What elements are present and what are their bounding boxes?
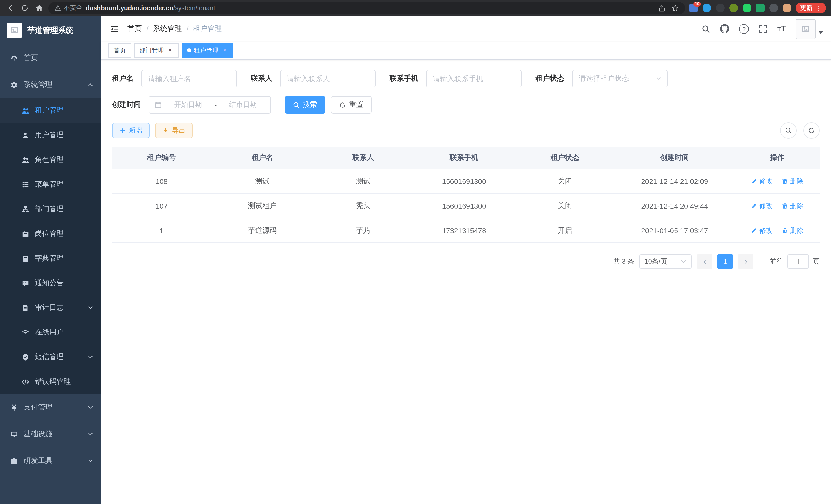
- close-icon[interactable]: ×: [221, 47, 228, 54]
- sidebar-item-payment[interactable]: 支付管理: [0, 394, 101, 421]
- edit-link[interactable]: 修改: [751, 176, 773, 186]
- error-code-icon: [22, 378, 29, 386]
- tab-dept[interactable]: 部门管理 ×: [134, 43, 179, 58]
- next-page-button[interactable]: [738, 254, 753, 269]
- refresh-table-button[interactable]: [803, 122, 820, 139]
- font-size-icon[interactable]: TT: [777, 25, 786, 33]
- sidebar-item-menu[interactable]: 菜单管理: [0, 172, 101, 197]
- extension-icon[interactable]: [743, 4, 751, 12]
- sidebar-item-dept[interactable]: 部门管理: [0, 197, 101, 221]
- url-text: dashboard.yudao.iocoder.cn/system/tenant: [86, 4, 655, 11]
- page-size-select[interactable]: 10条/页: [639, 254, 692, 269]
- browser-back-button[interactable]: [5, 3, 16, 13]
- bookmark-star-icon[interactable]: [672, 4, 679, 11]
- breadcrumb: 首页 / 系统管理 / 租户管理: [127, 24, 222, 33]
- sidebar-collapse-button[interactable]: [105, 20, 123, 38]
- status-select[interactable]: 请选择租户状态: [572, 70, 667, 87]
- url-path: /system/tenant: [173, 4, 215, 11]
- page-number-button[interactable]: 1: [717, 254, 733, 269]
- col-tenant-name: 租户名: [211, 147, 314, 169]
- extension-icon[interactable]: [769, 4, 778, 12]
- github-icon[interactable]: [720, 24, 729, 33]
- edit-icon: [751, 203, 757, 209]
- reset-button[interactable]: 重置: [331, 96, 372, 114]
- sidebar-item-online-user[interactable]: 在线用户: [0, 320, 101, 345]
- breadcrumb-current: 租户管理: [193, 24, 222, 33]
- sidebar-item-tenant[interactable]: 租户管理: [0, 98, 101, 123]
- search-button[interactable]: 搜索: [285, 96, 325, 114]
- delete-link[interactable]: 删除: [782, 226, 803, 235]
- filter-form-row-2: 创建时间 开始日期 - 结束日期 搜索 重置: [112, 96, 820, 114]
- url-host: dashboard.yudao.iocoder.cn: [86, 4, 173, 11]
- edit-icon: [751, 227, 757, 234]
- extension-icon[interactable]: [729, 4, 738, 12]
- edit-link[interactable]: 修改: [751, 226, 773, 235]
- sidebar-item-post[interactable]: 岗位管理: [0, 221, 101, 246]
- app-logo[interactable]: 芋道管理系统: [0, 16, 101, 45]
- infra-icon: [10, 430, 18, 438]
- trash-icon: [782, 227, 788, 234]
- delete-link[interactable]: 删除: [782, 201, 803, 210]
- add-button[interactable]: 新增: [112, 123, 149, 138]
- logo-image: [7, 23, 22, 38]
- mobile-input[interactable]: [426, 70, 522, 87]
- chrome-update-button[interactable]: 更新 ⋮: [796, 3, 826, 13]
- sidebar-item-role[interactable]: 角色管理: [0, 147, 101, 172]
- sidebar-item-error-code[interactable]: 错误码管理: [0, 369, 101, 394]
- pagination: 共 3 条 10条/页 1 前往 页: [112, 254, 820, 269]
- search-icon[interactable]: [702, 24, 711, 33]
- sidebar-item-notice[interactable]: 通知公告: [0, 271, 101, 295]
- edit-link[interactable]: 修改: [751, 201, 773, 210]
- sidebar-item-system[interactable]: 系统管理: [0, 71, 101, 98]
- address-bar[interactable]: 不安全 dashboard.yudao.iocoder.cn/system/te…: [48, 2, 685, 14]
- prev-page-button[interactable]: [697, 254, 712, 269]
- delete-label: 删除: [790, 176, 803, 186]
- edit-icon: [751, 178, 757, 184]
- profile-avatar-icon[interactable]: [783, 4, 792, 12]
- chevron-down-icon: [87, 404, 93, 411]
- contact-input[interactable]: [280, 70, 376, 87]
- contact-label: 联系人: [251, 74, 273, 83]
- extensions-bar: 10: [689, 4, 792, 12]
- sidebar-item-label: 岗位管理: [35, 229, 64, 238]
- browser-home-button[interactable]: [34, 3, 44, 13]
- fullscreen-icon[interactable]: [759, 24, 768, 33]
- mobile-label: 联系手机: [390, 74, 418, 83]
- sidebar-item-dict[interactable]: 字典管理: [0, 246, 101, 271]
- browser-menu-icon[interactable]: ⋮: [815, 4, 821, 11]
- gear-icon: [10, 81, 18, 89]
- extension-icon[interactable]: [716, 4, 725, 12]
- extension-icon[interactable]: [703, 4, 711, 12]
- breadcrumb-system[interactable]: 系统管理: [153, 24, 182, 33]
- sidebar-item-infra[interactable]: 基础设施: [0, 421, 101, 447]
- avatar[interactable]: [796, 19, 815, 39]
- sidebar-item-sms[interactable]: 短信管理: [0, 345, 101, 369]
- delete-link[interactable]: 删除: [782, 176, 803, 186]
- breadcrumb-home[interactable]: 首页: [127, 24, 142, 33]
- browser-reload-button[interactable]: [20, 3, 30, 13]
- sidebar-item-label: 支付管理: [24, 403, 52, 412]
- help-icon[interactable]: ?: [739, 24, 749, 34]
- sidebar-item-home[interactable]: 首页: [0, 45, 101, 71]
- search-button-label: 搜索: [303, 100, 317, 110]
- tenant-name-input[interactable]: [141, 70, 237, 87]
- sidebar-item-devtool[interactable]: 研发工具: [0, 447, 101, 474]
- goto-page-input[interactable]: [787, 254, 809, 269]
- extension-icon[interactable]: [756, 4, 765, 12]
- tab-home[interactable]: 首页: [109, 43, 131, 58]
- tags-view: 首页 部门管理 × 租户管理 ×: [101, 41, 831, 60]
- extension-badge: 10: [693, 2, 701, 7]
- extension-icon[interactable]: 10: [689, 4, 698, 12]
- dashboard-icon: [10, 54, 18, 62]
- toggle-search-button[interactable]: [780, 122, 797, 139]
- sidebar-item-user[interactable]: 用户管理: [0, 123, 101, 147]
- security-status[interactable]: 不安全: [55, 4, 82, 12]
- sidebar-item-audit-log[interactable]: 审计日志: [0, 295, 101, 320]
- date-range-picker[interactable]: 开始日期 - 结束日期: [148, 96, 271, 114]
- close-icon[interactable]: ×: [167, 47, 174, 54]
- edit-label: 修改: [759, 201, 773, 210]
- tab-tenant[interactable]: 租户管理 ×: [182, 43, 233, 58]
- user-menu[interactable]: [796, 19, 823, 39]
- share-icon[interactable]: [658, 4, 665, 11]
- export-button[interactable]: 导出: [155, 123, 193, 138]
